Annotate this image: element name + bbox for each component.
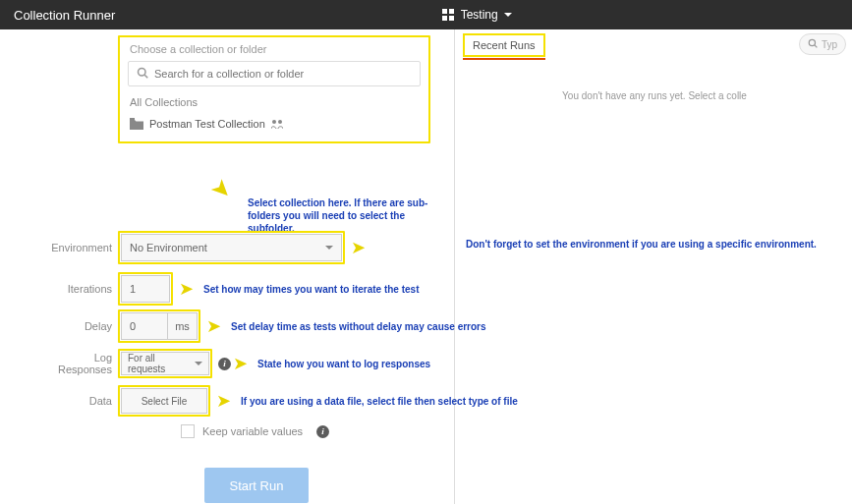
annotation-arrow-icon: ➤ bbox=[351, 237, 366, 258]
data-label: Data bbox=[39, 395, 112, 407]
recent-runs-label: Recent Runs bbox=[473, 39, 536, 51]
log-responses-select[interactable]: For all requests bbox=[121, 352, 209, 375]
recent-runs-pane: Recent Runs Typ You don't have any runs … bbox=[454, 29, 852, 504]
annotation-collection: Select collection here. If there are sub… bbox=[248, 196, 444, 235]
svg-point-4 bbox=[139, 68, 146, 76]
keep-values-label: Keep variable values bbox=[202, 425, 303, 437]
annotation-arrow-icon: ➤ bbox=[179, 278, 194, 300]
collection-item[interactable]: Postman Test Collection bbox=[128, 114, 421, 134]
collection-search-input[interactable] bbox=[154, 68, 412, 80]
svg-rect-2 bbox=[442, 16, 447, 21]
select-file-label: Select File bbox=[142, 396, 188, 407]
svg-point-6 bbox=[272, 120, 276, 124]
collection-item-label: Postman Test Collection bbox=[149, 118, 265, 130]
runs-search-placeholder: Typ bbox=[822, 39, 837, 50]
collection-search[interactable] bbox=[128, 61, 421, 86]
search-icon bbox=[137, 67, 148, 82]
info-icon[interactable]: i bbox=[218, 358, 231, 370]
share-icon bbox=[271, 119, 283, 129]
delay-label: Delay bbox=[39, 320, 112, 332]
caret-down-icon bbox=[195, 362, 202, 365]
iterations-label: Iterations bbox=[39, 283, 112, 295]
annotation-log: State how you want to log responses bbox=[257, 359, 430, 369]
svg-rect-0 bbox=[442, 9, 447, 14]
folder-icon bbox=[130, 118, 143, 130]
tab-active-underline bbox=[463, 58, 545, 60]
app-title: Collection Runner bbox=[14, 8, 115, 23]
runs-search[interactable]: Typ bbox=[799, 33, 846, 55]
annotation-delay: Set delay time as tests without delay ma… bbox=[231, 321, 486, 332]
environment-value: No Environment bbox=[130, 242, 207, 253]
delay-unit: ms bbox=[168, 312, 198, 340]
info-icon[interactable]: i bbox=[316, 425, 329, 438]
annotation-iterations: Set how may times you want to iterate th… bbox=[203, 284, 420, 295]
dashboard-icon bbox=[442, 9, 455, 22]
search-icon bbox=[808, 38, 818, 50]
collection-chooser-title: Choose a collection or folder bbox=[128, 43, 421, 55]
annotation-arrow-icon: ➤ bbox=[205, 172, 239, 205]
caret-down-icon bbox=[325, 246, 333, 250]
caret-down-icon bbox=[504, 13, 512, 17]
select-file-button[interactable]: Select File bbox=[121, 388, 207, 414]
start-run-label: Start Run bbox=[230, 478, 284, 493]
environment-label: Environment bbox=[39, 242, 112, 253]
svg-rect-1 bbox=[449, 9, 454, 14]
annotation-arrow-icon: ➤ bbox=[216, 390, 231, 412]
iterations-value: 1 bbox=[130, 283, 136, 295]
annotation-data: If you are using a data file, select fil… bbox=[241, 396, 518, 407]
start-run-button[interactable]: Start Run bbox=[204, 468, 309, 503]
iterations-input[interactable]: 1 bbox=[121, 275, 170, 303]
recent-runs-tab[interactable]: Recent Runs bbox=[463, 33, 545, 57]
top-bar: Collection Runner Testing bbox=[0, 0, 852, 29]
svg-point-7 bbox=[278, 120, 282, 124]
runner-config-pane: Choose a collection or folder All Collec… bbox=[0, 29, 454, 504]
keep-values-checkbox[interactable] bbox=[181, 424, 195, 438]
environment-name: Testing bbox=[461, 8, 498, 22]
empty-runs-message: You don't have any runs yet. Select a co… bbox=[463, 90, 846, 101]
environment-selector[interactable]: Testing bbox=[115, 8, 838, 22]
delay-input[interactable]: 0 bbox=[121, 312, 168, 340]
delay-value: 0 bbox=[130, 320, 136, 332]
environment-select[interactable]: No Environment bbox=[121, 234, 342, 261]
all-collections-label: All Collections bbox=[130, 96, 419, 108]
collection-chooser: Choose a collection or folder All Collec… bbox=[118, 35, 430, 143]
annotation-arrow-icon: ➤ bbox=[233, 353, 248, 374]
svg-point-8 bbox=[809, 39, 815, 45]
annotation-arrow-icon: ➤ bbox=[206, 315, 221, 337]
log-responses-label: Log Responses bbox=[39, 352, 112, 375]
svg-rect-3 bbox=[449, 16, 454, 21]
annotation-environment: Don't forget to set the environment if y… bbox=[466, 239, 817, 250]
svg-line-5 bbox=[144, 75, 147, 78]
svg-line-9 bbox=[815, 45, 818, 48]
log-responses-value: For all requests bbox=[128, 353, 195, 374]
